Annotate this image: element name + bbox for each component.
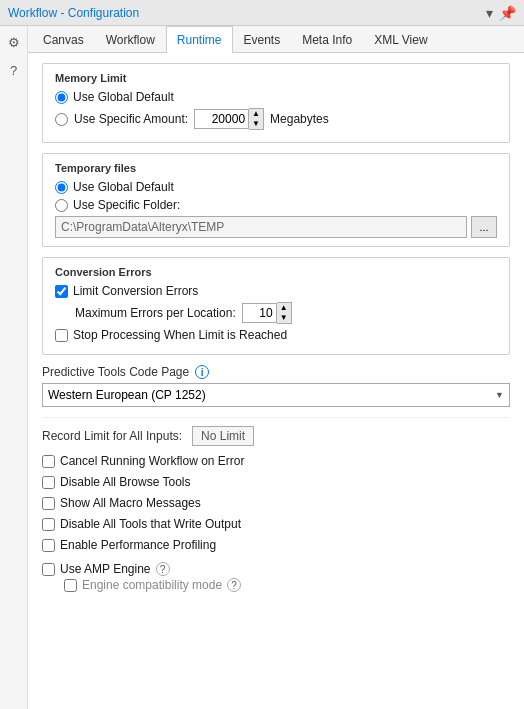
amp-help-icon[interactable]: ?	[156, 562, 170, 576]
code-page-dropdown-wrapper: Western European (CP 1252)	[42, 383, 510, 407]
pin-icon[interactable]: 📌	[499, 5, 516, 21]
option-disable-write: Disable All Tools that Write Output	[42, 517, 510, 531]
option-disable-write-checkbox[interactable]	[42, 518, 55, 531]
option-disable-browse-label[interactable]: Disable All Browse Tools	[60, 475, 191, 489]
memory-limit-section: Memory Limit Use Global Default Use Spec…	[42, 63, 510, 143]
max-errors-row: Maximum Errors per Location: ▲ ▼	[75, 302, 497, 324]
memory-amount-spinner: 20000 ▲ ▼	[194, 108, 264, 130]
temp-global-radio[interactable]	[55, 181, 68, 194]
temp-global-row: Use Global Default	[55, 180, 497, 194]
max-errors-spinner: ▲ ▼	[242, 302, 292, 324]
memory-specific-radio[interactable]	[55, 113, 68, 126]
option-show-macro: Show All Macro Messages	[42, 496, 510, 510]
temp-files-legend: Temporary files	[55, 162, 497, 174]
stop-processing-label[interactable]: Stop Processing When Limit is Reached	[73, 328, 287, 342]
stop-processing-checkbox[interactable]	[55, 329, 68, 342]
memory-specific-row: Use Specific Amount: 20000 ▲ ▼ Megabytes	[55, 108, 497, 130]
max-errors-label: Maximum Errors per Location:	[75, 306, 236, 320]
title-bar: Workflow - Configuration ▾ 📌	[0, 0, 524, 26]
tab-runtime[interactable]: Runtime	[166, 26, 233, 53]
option-performance-profiling: Enable Performance Profiling	[42, 538, 510, 552]
code-page-header: Predictive Tools Code Page i	[42, 365, 510, 379]
max-errors-spin-buttons: ▲ ▼	[277, 302, 292, 324]
option-cancel-label[interactable]: Cancel Running Workflow on Error	[60, 454, 245, 468]
amp-section: Use AMP Engine ? Engine compatibility mo…	[42, 562, 510, 592]
option-show-macro-label[interactable]: Show All Macro Messages	[60, 496, 201, 510]
stop-processing-row: Stop Processing When Limit is Reached	[55, 328, 497, 342]
help-sidebar-icon[interactable]: ?	[4, 60, 24, 80]
compat-help-icon[interactable]: ?	[227, 578, 241, 592]
window-title: Workflow - Configuration	[8, 6, 139, 20]
code-page-section: Predictive Tools Code Page i Western Eur…	[42, 365, 510, 407]
temp-files-section: Temporary files Use Global Default Use S…	[42, 153, 510, 247]
max-errors-spin-down[interactable]: ▼	[277, 313, 291, 323]
record-limit-row: Record Limit for All Inputs: No Limit	[42, 426, 510, 446]
option-cancel-checkbox[interactable]	[42, 455, 55, 468]
temp-folder-row: ...	[55, 216, 497, 238]
option-performance-label[interactable]: Enable Performance Profiling	[60, 538, 216, 552]
option-performance-checkbox[interactable]	[42, 539, 55, 552]
record-limit-label: Record Limit for All Inputs:	[42, 429, 182, 443]
amp-row: Use AMP Engine ?	[42, 562, 510, 576]
option-show-macro-checkbox[interactable]	[42, 497, 55, 510]
compat-row: Engine compatibility mode ?	[64, 578, 510, 592]
divider	[42, 417, 510, 418]
runtime-panel: Memory Limit Use Global Default Use Spec…	[28, 53, 524, 602]
option-disable-browse: Disable All Browse Tools	[42, 475, 510, 489]
memory-spin-buttons: ▲ ▼	[249, 108, 264, 130]
temp-specific-label[interactable]: Use Specific Folder:	[73, 198, 180, 212]
memory-unit-label: Megabytes	[270, 112, 329, 126]
tab-meta-info[interactable]: Meta Info	[291, 26, 363, 53]
left-sidebar: ⚙ ?	[0, 26, 28, 709]
code-page-info-icon[interactable]: i	[195, 365, 209, 379]
option-disable-browse-checkbox[interactable]	[42, 476, 55, 489]
temp-browse-button[interactable]: ...	[471, 216, 497, 238]
memory-global-radio[interactable]	[55, 91, 68, 104]
max-errors-spin-up[interactable]: ▲	[277, 303, 291, 313]
memory-limit-legend: Memory Limit	[55, 72, 497, 84]
memory-specific-label[interactable]: Use Specific Amount:	[74, 112, 188, 126]
settings-icon[interactable]: ⚙	[4, 32, 24, 52]
tab-workflow[interactable]: Workflow	[95, 26, 166, 53]
tab-xml-view[interactable]: XML View	[363, 26, 438, 53]
tab-canvas[interactable]: Canvas	[32, 26, 95, 53]
temp-specific-row: Use Specific Folder:	[55, 198, 497, 212]
record-limit-value: No Limit	[192, 426, 254, 446]
option-disable-write-label[interactable]: Disable All Tools that Write Output	[60, 517, 241, 531]
temp-folder-input[interactable]	[55, 216, 467, 238]
amp-label[interactable]: Use AMP Engine	[60, 562, 151, 576]
memory-spin-down[interactable]: ▼	[249, 119, 263, 129]
compat-label[interactable]: Engine compatibility mode	[82, 578, 222, 592]
max-errors-input[interactable]	[242, 303, 277, 323]
limit-conversion-row: Limit Conversion Errors	[55, 284, 497, 298]
memory-global-row: Use Global Default	[55, 90, 497, 104]
conversion-errors-section: Conversion Errors Limit Conversion Error…	[42, 257, 510, 355]
memory-global-label[interactable]: Use Global Default	[73, 90, 174, 104]
expand-icon[interactable]: ▾	[486, 5, 493, 21]
compat-checkbox[interactable]	[64, 579, 77, 592]
temp-specific-radio[interactable]	[55, 199, 68, 212]
memory-spin-up[interactable]: ▲	[249, 109, 263, 119]
title-bar-left: Workflow - Configuration	[8, 6, 139, 20]
memory-amount-input[interactable]: 20000	[194, 109, 249, 129]
limit-conversion-checkbox[interactable]	[55, 285, 68, 298]
option-cancel-workflow: Cancel Running Workflow on Error	[42, 454, 510, 468]
tab-bar: Canvas Workflow Runtime Events Meta Info…	[28, 26, 524, 53]
temp-global-label[interactable]: Use Global Default	[73, 180, 174, 194]
code-page-dropdown[interactable]: Western European (CP 1252)	[42, 383, 510, 407]
code-page-label: Predictive Tools Code Page	[42, 365, 189, 379]
main-content: Canvas Workflow Runtime Events Meta Info…	[28, 26, 524, 709]
limit-conversion-label[interactable]: Limit Conversion Errors	[73, 284, 198, 298]
tab-events[interactable]: Events	[233, 26, 292, 53]
options-list: Cancel Running Workflow on Error Disable…	[42, 454, 510, 556]
amp-checkbox[interactable]	[42, 563, 55, 576]
conversion-errors-legend: Conversion Errors	[55, 266, 497, 278]
title-bar-right: ▾ 📌	[486, 5, 516, 21]
